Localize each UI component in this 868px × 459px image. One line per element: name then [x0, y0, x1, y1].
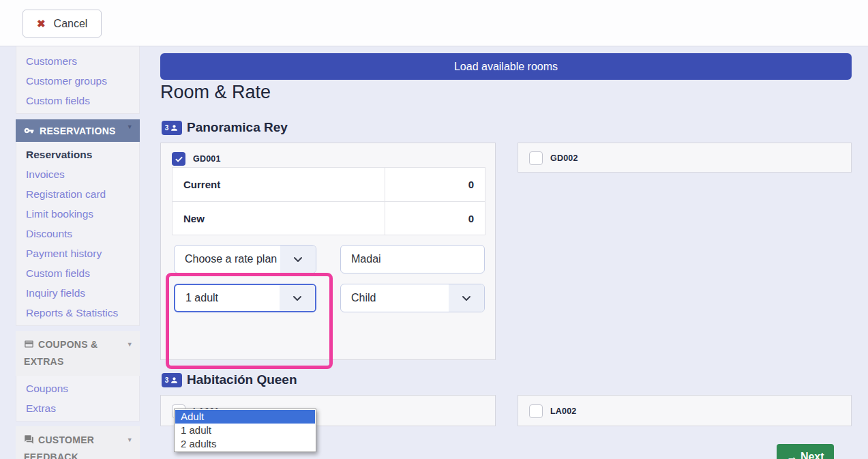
close-icon: ✖: [37, 18, 46, 30]
sidebar-item-customer-groups[interactable]: Customer groups: [16, 71, 139, 91]
sidebar-section-reservations[interactable]: RESERVATIONS ▼: [16, 119, 140, 142]
sidebar-section-customer-feedback[interactable]: CUSTOMER FEEDBACK ▼: [16, 426, 140, 459]
room-type-header-panoramica-rey: 3 Panoramica Rey: [162, 120, 288, 135]
sidebar-item-payment-history[interactable]: Payment history: [16, 243, 139, 263]
rate-plan-select-value: Choose a rate plan: [175, 253, 280, 265]
cancel-button[interactable]: ✖ Cancel: [23, 10, 102, 38]
sidebar-item-invoices[interactable]: Invoices: [16, 164, 139, 184]
dropdown-option-adult[interactable]: Adult: [175, 410, 315, 424]
table-row: Current 0: [173, 168, 485, 201]
occupancy-count: 3: [165, 124, 169, 132]
chevron-down-icon: ▼: [127, 336, 133, 353]
next-button-label: Next: [800, 451, 824, 459]
row-label: New: [173, 202, 385, 235]
room-type-name: Panoramica Rey: [187, 120, 288, 135]
chevron-down-icon: [449, 284, 484, 312]
sidebar: Customers Customer groups Custom fields …: [16, 46, 140, 459]
adult-select-dropdown: Adult 1 adult 2 adults: [174, 409, 316, 452]
room-code-label: GD002: [550, 153, 578, 163]
room-card-la002: LA002: [518, 395, 852, 426]
page-title: Room & Rate: [160, 82, 271, 103]
person-icon: [170, 123, 179, 132]
chat-icon: [24, 432, 38, 449]
sidebar-item-custom-fields-2[interactable]: Custom fields: [16, 263, 139, 283]
rate-plan-name-input[interactable]: [340, 245, 485, 273]
sidebar-section-coupons-extras[interactable]: COUPONS & EXTRAS ▼: [16, 331, 140, 376]
child-count-select[interactable]: Child: [340, 284, 485, 312]
sidebar-group-customers: Customers Customer groups Custom fields: [16, 46, 140, 114]
row-label: Current: [173, 168, 385, 201]
room-checkbox-gd002[interactable]: [529, 151, 543, 165]
load-available-rooms-button[interactable]: Load available rooms: [160, 53, 852, 80]
arrow-right-icon: →: [786, 451, 797, 459]
chevron-down-icon: ▼: [127, 123, 133, 130]
room-card-gd001: GD001 Current 0 New 0 Choose a rate plan: [160, 143, 496, 360]
adult-select-value: 1 adult: [175, 292, 280, 304]
table-row: New 0: [173, 201, 485, 235]
occupancy-table: Current 0 New 0: [172, 167, 485, 235]
sidebar-group-reservations: Reservations Invoices Registration card …: [16, 142, 140, 326]
rate-plan-select[interactable]: Choose a rate plan: [174, 245, 316, 273]
dropdown-option-1-adult[interactable]: 1 adult: [175, 424, 315, 437]
sidebar-item-discounts[interactable]: Discounts: [16, 224, 139, 243]
sidebar-group-coupons: Coupons Extras: [16, 376, 140, 421]
check-icon: [175, 155, 183, 164]
sidebar-item-limit-bookings[interactable]: Limit bookings: [16, 204, 139, 224]
sidebar-item-coupons[interactable]: Coupons: [16, 379, 139, 398]
sidebar-item-registration-card[interactable]: Registration card: [16, 184, 139, 204]
row-value: 0: [385, 168, 485, 201]
app-window: ✖ Cancel Customers Customer groups Custo…: [0, 0, 868, 459]
occupancy-badge: 3: [162, 121, 182, 135]
dropdown-option-2-adults[interactable]: 2 adults: [175, 437, 315, 451]
card-icon: [24, 336, 38, 353]
sidebar-section-label: RESERVATIONS: [40, 125, 116, 136]
next-button[interactable]: → Next: [777, 444, 834, 459]
sidebar-item-customers[interactable]: Customers: [16, 51, 139, 71]
cancel-label: Cancel: [54, 18, 88, 30]
sidebar-item-reservations[interactable]: Reservations: [16, 145, 139, 164]
person-icon: [170, 376, 179, 385]
sidebar-item-extras[interactable]: Extras: [16, 398, 139, 418]
chevron-down-icon: [280, 285, 315, 311]
occupancy-count: 3: [165, 376, 169, 384]
room-checkbox-gd001[interactable]: [172, 152, 185, 166]
room-type-header-habitacion-queen: 3 Habitación Queen: [162, 372, 297, 387]
sidebar-item-custom-fields[interactable]: Custom fields: [16, 91, 139, 110]
key-icon: [24, 125, 34, 136]
occupancy-badge: 3: [162, 373, 182, 387]
room-checkbox-la002[interactable]: [529, 404, 543, 418]
chevron-down-icon: [280, 246, 316, 273]
sidebar-item-inquiry-fields[interactable]: Inquiry fields: [16, 283, 139, 303]
top-toolbar: ✖ Cancel: [0, 0, 868, 46]
adult-count-select[interactable]: 1 adult: [174, 284, 316, 312]
room-type-name: Habitación Queen: [187, 372, 297, 387]
sidebar-item-reports-statistics[interactable]: Reports & Statistics: [16, 303, 139, 323]
room-code-label: GD001: [193, 154, 221, 164]
room-code-label: LA002: [550, 406, 577, 416]
room-card-gd002: GD002: [518, 143, 852, 173]
row-value: 0: [385, 202, 485, 235]
child-select-value: Child: [341, 292, 449, 304]
chevron-down-icon: ▼: [127, 432, 133, 449]
